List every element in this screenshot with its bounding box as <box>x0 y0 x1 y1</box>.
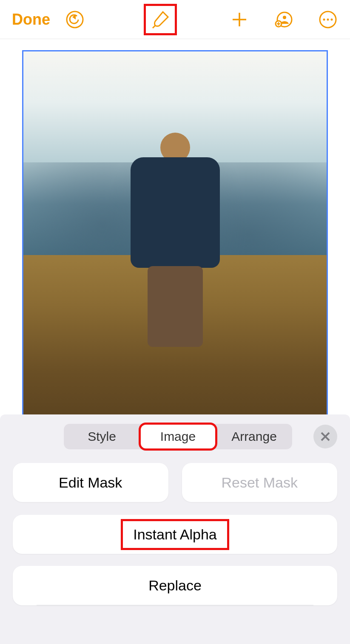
edit-mask-button[interactable]: Edit Mask <box>13 463 168 502</box>
image-person-region <box>126 133 224 354</box>
brush-highlight-frame <box>144 4 177 35</box>
format-brush-icon[interactable] <box>150 9 171 30</box>
done-button[interactable]: Done <box>12 11 50 28</box>
replace-button[interactable]: Replace <box>13 566 337 605</box>
svg-point-9 <box>323 18 325 20</box>
tab-image[interactable]: Image <box>140 424 216 449</box>
reset-mask-button: Reset Mask <box>182 463 338 502</box>
collaborate-icon[interactable] <box>273 9 294 30</box>
instant-alpha-label: Instant Alpha <box>121 519 229 550</box>
svg-point-10 <box>327 18 329 20</box>
close-panel-button[interactable] <box>313 425 337 448</box>
undo-icon[interactable] <box>65 9 85 30</box>
tab-arrange[interactable]: Arrange <box>216 424 292 449</box>
svg-point-4 <box>283 16 286 19</box>
format-panel: Style Image Arrange Edit Mask Reset Mask… <box>0 414 350 644</box>
tab-style[interactable]: Style <box>64 424 140 449</box>
separator <box>37 605 313 605</box>
instant-alpha-button[interactable]: Instant Alpha <box>13 515 337 554</box>
add-icon[interactable] <box>229 9 250 30</box>
more-icon[interactable] <box>318 9 338 30</box>
selected-image[interactable] <box>22 50 328 423</box>
format-tabs: Style Image Arrange <box>64 424 292 449</box>
top-toolbar: Done <box>0 0 350 39</box>
svg-point-11 <box>331 18 333 20</box>
document-canvas[interactable] <box>0 39 350 423</box>
